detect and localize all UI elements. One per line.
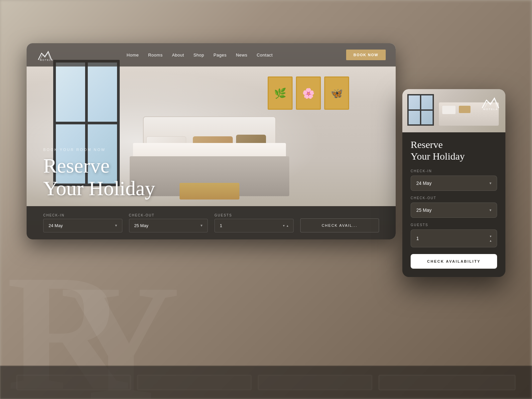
card-guests-value: 1 — [416, 236, 419, 241]
nav-rooms[interactable]: Rooms — [148, 53, 163, 58]
card-mini-pillow-2 — [459, 106, 470, 113]
check-out-chevron: ▾ — [200, 223, 202, 228]
nav-pages[interactable]: Pages — [213, 53, 226, 58]
shadow-btn — [379, 375, 515, 390]
nav-news[interactable]: News — [236, 53, 247, 58]
browser-window: 🌿 🌸 🦋 MOTELA Home — [27, 43, 396, 239]
card-title-line2: Your Holiday — [411, 151, 465, 162]
card-image-header: MOTELA — [402, 89, 505, 132]
guests-select[interactable]: 1 ▾ ▴ — [214, 219, 294, 232]
card-check-out-label: CHECK-OUT — [411, 196, 497, 200]
card-check-in-value: 24 May — [416, 181, 432, 186]
check-out-field: CHECK-OUT 25 May ▾ — [129, 213, 208, 232]
card-guests-down[interactable]: ▾ — [490, 234, 491, 238]
card-check-availability-button[interactable]: CHECK AVAILABILITY — [411, 254, 497, 269]
card-body: Reserve Your Holiday CHECK-IN 24 May ▾ C… — [402, 132, 505, 277]
hero-title: Reserve Your Holiday — [43, 154, 155, 200]
bed-bench — [180, 183, 239, 200]
art-frame-3: 🦋 — [324, 76, 349, 110]
guests-down-arrow[interactable]: ▾ — [283, 224, 285, 227]
check-out-value: 25 May — [134, 223, 149, 228]
check-in-chevron: ▾ — [115, 223, 117, 228]
check-avail-field: CHECK AVAIL... — [300, 213, 379, 232]
check-out-select[interactable]: 25 May ▾ — [129, 219, 208, 232]
card-guests-arrows: ▾ ▴ — [490, 234, 491, 242]
hero-title-line1: Reserve — [43, 154, 110, 177]
card-check-in-chevron: ▾ — [489, 181, 491, 186]
check-in-field: CHECK-IN 24 May ▾ — [43, 213, 122, 232]
nav-home[interactable]: Home — [127, 53, 139, 58]
shadow-field-2 — [137, 375, 251, 390]
check-in-select[interactable]: 24 May ▾ — [43, 219, 122, 232]
card-check-out-select[interactable]: 25 May ▾ — [411, 202, 497, 218]
card-title-line1: Reserve — [411, 139, 443, 150]
card-mini-window — [407, 94, 434, 126]
booking-bar: CHECK-IN 24 May ▾ CHECK-OUT 25 May ▾ GUE… — [27, 206, 396, 239]
card-title: Reserve Your Holiday — [411, 139, 497, 162]
svg-text:MOTELA: MOTELA — [40, 59, 53, 61]
bottom-shadow-row — [0, 366, 532, 399]
nav-contact[interactable]: Contact — [257, 53, 273, 58]
hero-title-line2: Your Holiday — [43, 177, 155, 200]
logo-area: MOTELA — [37, 48, 53, 62]
nav-links: Home Rooms About Shop Pages News Contact — [127, 53, 273, 58]
card-guests-up[interactable]: ▴ — [490, 239, 491, 242]
shadow-field-3 — [258, 375, 372, 390]
card-check-out-chevron: ▾ — [489, 208, 491, 212]
card-mini-pillow-1 — [442, 106, 456, 114]
check-availability-button[interactable]: CHECK AVAIL... — [300, 218, 379, 232]
svg-text:MOTELA: MOTELA — [483, 108, 498, 111]
check-avail-spacer — [300, 213, 379, 217]
guests-label: GUESTS — [214, 213, 294, 217]
guests-field: GUESTS 1 ▾ ▴ — [214, 213, 294, 232]
check-in-value: 24 May — [49, 223, 63, 228]
card-guests-select[interactable]: 1 ▾ ▴ — [411, 229, 497, 247]
art-frames: 🌿 🌸 🦋 — [268, 76, 349, 110]
guests-value: 1 — [220, 223, 222, 228]
book-now-button[interactable]: BOOK NOW — [346, 50, 386, 60]
art-frame-2: 🌸 — [296, 76, 321, 110]
art-frame-1: 🌿 — [268, 76, 293, 110]
guests-up-arrow[interactable]: ▴ — [287, 224, 288, 227]
navbar: MOTELA Home Rooms About Shop Pages News … — [27, 43, 396, 66]
card-check-out-value: 25 May — [416, 207, 432, 213]
nav-about[interactable]: About — [172, 53, 184, 58]
check-in-label: CHECK-IN — [43, 213, 122, 217]
hero-text-area: BOOK YOUR ROOM NOW Reserve Your Holiday — [43, 148, 155, 200]
hero-section: 🌿 🌸 🦋 MOTELA Home — [27, 43, 396, 239]
book-room-label: BOOK YOUR ROOM NOW — [43, 148, 155, 152]
floating-booking-card: MOTELA Reserve Your Holiday CHECK-IN 24 … — [402, 89, 505, 277]
card-logo-icon: MOTELA — [480, 94, 500, 111]
check-out-label: CHECK-OUT — [129, 213, 208, 217]
card-logo: MOTELA — [480, 94, 500, 112]
shadow-field-1 — [17, 375, 131, 390]
guests-controls: ▾ ▴ — [283, 224, 288, 227]
card-check-in-label: CHECK-IN — [411, 169, 497, 173]
card-guests-label: GUESTS — [411, 223, 497, 227]
logo-icon: MOTELA — [37, 48, 53, 62]
card-check-in-select[interactable]: 24 May ▾ — [411, 176, 497, 191]
nav-shop[interactable]: Shop — [194, 53, 204, 58]
